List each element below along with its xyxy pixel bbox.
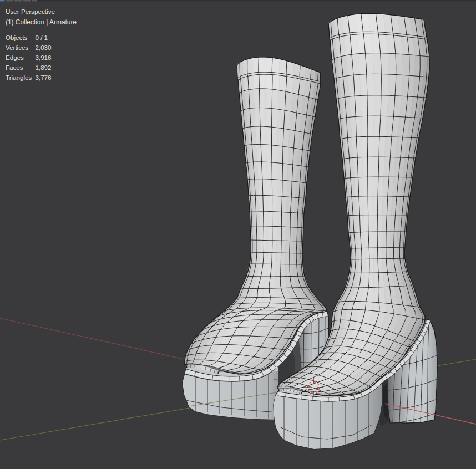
svg-text:Triangles: Triangles	[6, 74, 32, 81]
svg-text:0 / 1: 0 / 1	[36, 34, 48, 41]
svg-text:Faces: Faces	[6, 64, 23, 71]
svg-text:3,916: 3,916	[36, 54, 52, 61]
svg-text:3,776: 3,776	[36, 74, 52, 81]
svg-text:(1) Collection | Armature: (1) Collection | Armature	[6, 18, 77, 26]
svg-text:2,030: 2,030	[36, 44, 52, 51]
svg-text:Vertices: Vertices	[6, 44, 28, 51]
svg-text:Edges: Edges	[6, 54, 24, 61]
svg-text:1,892: 1,892	[36, 64, 52, 71]
svg-text:Objects: Objects	[6, 34, 28, 41]
svg-text:User Perspective: User Perspective	[6, 8, 55, 15]
